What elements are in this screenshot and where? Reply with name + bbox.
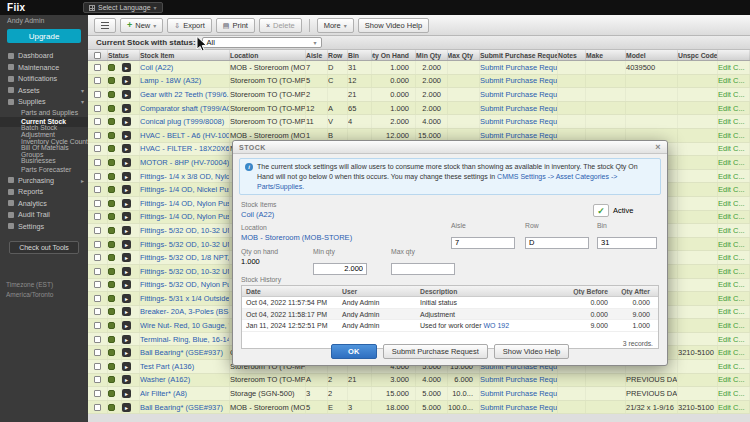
row-checkbox[interactable] <box>94 77 101 84</box>
column-header-qty-on-hand[interactable]: Qty On Hand <box>372 50 416 60</box>
preview-icon[interactable]: ▸ <box>122 362 131 371</box>
preview-icon[interactable]: ▸ <box>122 240 131 249</box>
edit-cost-link[interactable]: Edit C... <box>718 211 750 224</box>
row-checkbox[interactable] <box>94 200 101 207</box>
upgrade-button[interactable]: Upgrade <box>7 29 81 43</box>
preview-icon[interactable]: ▸ <box>122 389 131 398</box>
edit-cost-link[interactable]: Edit C... <box>718 319 750 332</box>
sidebar-item-analytics[interactable]: Analytics <box>0 198 88 210</box>
column-header-submit-purchase-request[interactable]: Submit Purchase Request <box>480 50 558 60</box>
row-checkbox[interactable] <box>94 64 101 71</box>
row-checkbox[interactable] <box>94 241 101 248</box>
column-header-aisle[interactable]: Aisle <box>306 50 328 60</box>
stock-item-link[interactable]: Test Part (A136) <box>140 360 230 373</box>
preview-icon[interactable]: ▸ <box>122 212 131 221</box>
stock-item-link[interactable]: Fittings- 5/31 x 1/4 Outside Diame... <box>140 292 230 305</box>
preview-icon[interactable]: ▸ <box>122 158 131 167</box>
preview-icon[interactable]: ▸ <box>122 267 131 276</box>
preview-icon[interactable]: ▸ <box>122 104 131 113</box>
check-out-tools-button[interactable]: Check out Tools <box>9 241 79 254</box>
aisle-input[interactable] <box>451 237 515 249</box>
column-header-max-qty[interactable]: Max Qty <box>448 50 480 60</box>
preview-icon[interactable]: ▸ <box>122 90 131 99</box>
print-button[interactable]: ▤ Print <box>216 18 255 33</box>
stock-item-link[interactable]: Fittings- 5/32 OD, 10-32 UNF, Nylo... <box>140 238 230 251</box>
column-header-stock-item[interactable]: Stock Item <box>140 50 230 60</box>
edit-cost-link[interactable]: Edit C... <box>718 197 750 210</box>
preview-icon[interactable]: ▸ <box>122 144 131 153</box>
sidebar-item-parts-and-supplies[interactable]: Parts and Supplies <box>0 108 88 118</box>
preview-icon[interactable]: ▸ <box>122 321 131 330</box>
select-all-checkbox[interactable] <box>94 52 101 59</box>
stock-item-link[interactable]: HVAC - BELT - A6 (HV-10008) <box>140 129 230 142</box>
column-header-row[interactable]: Row <box>328 50 348 60</box>
sidebar-item-dashboard[interactable]: Dashboard <box>0 50 88 62</box>
row-checkbox[interactable] <box>94 268 101 275</box>
edit-cost-link[interactable]: Edit C... <box>718 292 750 305</box>
edit-cost-link[interactable]: Edit C... <box>718 61 750 74</box>
row-checkbox[interactable] <box>94 281 101 288</box>
row-checkbox[interactable] <box>94 376 101 383</box>
stock-item-link[interactable]: Gear with 22 Teeth (T99/6...) <box>140 88 230 101</box>
menu-button[interactable] <box>94 18 116 33</box>
preview-icon[interactable]: ▸ <box>122 185 131 194</box>
stock-item-link[interactable]: Fittings- 5/32 OD, 10-32 UNF, Nicke... <box>140 224 230 237</box>
stock-item-link[interactable]: Coil (A22) <box>140 61 230 74</box>
show-video-help-button[interactable]: Show Video Help <box>494 344 569 359</box>
edit-cost-link[interactable]: Edit C... <box>718 75 750 88</box>
row-checkbox[interactable] <box>94 308 101 315</box>
stock-item-link[interactable]: Breaker- 20A, 3-Poles (BS-10001) <box>140 306 230 319</box>
preview-icon[interactable]: ▸ <box>122 375 131 384</box>
row-input[interactable] <box>525 237 589 249</box>
row-checkbox[interactable] <box>94 349 101 356</box>
sidebar-item-settings[interactable]: Settings <box>0 221 88 233</box>
column-header-status[interactable]: Status <box>108 50 140 60</box>
stock-item-link[interactable]: Comparator shaft (T999/A035) <box>140 102 230 115</box>
preview-icon[interactable]: ▸ <box>122 280 131 289</box>
edit-cost-link[interactable]: Edit C... <box>718 279 750 292</box>
sidebar-item-batch-stock-adjustment[interactable]: Batch Stock Adjustment <box>0 127 88 137</box>
edit-cost-link[interactable]: Edit C... <box>718 333 750 346</box>
status-filter-select[interactable]: All ▾ <box>202 37 322 48</box>
edit-cost-link[interactable]: Edit C... <box>718 306 750 319</box>
min-qty-input[interactable] <box>313 263 367 275</box>
row-checkbox[interactable] <box>94 186 101 193</box>
edit-cost-link[interactable]: Edit C... <box>718 102 750 115</box>
stock-item-link[interactable]: Fittings- 1/4 OD, Nylon Push-to-Con... <box>140 211 230 224</box>
edit-cost-link[interactable]: Edit C... <box>718 143 750 156</box>
column-header-location[interactable]: Location <box>230 50 306 60</box>
column-header-unspc-code[interactable]: Unspc Code <box>678 50 718 60</box>
row-checkbox[interactable] <box>94 404 101 411</box>
edit-cost-link[interactable]: Edit C... <box>718 387 750 400</box>
preview-icon[interactable]: ▸ <box>122 307 131 316</box>
preview-icon[interactable]: ▸ <box>122 76 131 85</box>
stock-item-link[interactable]: Lamp - 18W (A32) <box>140 75 230 88</box>
column-header-bin[interactable]: Bin <box>348 50 372 60</box>
close-icon[interactable]: × <box>655 143 661 152</box>
preview-icon[interactable]: ▸ <box>122 294 131 303</box>
edit-cost-link[interactable]: Edit C... <box>718 251 750 264</box>
stock-item-link[interactable]: Fittings- 1/4 OD, Nickel Push-to-Co... <box>140 183 230 196</box>
edit-cost-link[interactable]: Edit C... <box>718 170 750 183</box>
row-checkbox[interactable] <box>94 105 101 112</box>
delete-button[interactable]: × Delete <box>259 18 302 33</box>
work-order-link[interactable]: WO 192 <box>483 322 509 329</box>
row-checkbox[interactable] <box>94 213 101 220</box>
sidebar-item-bill-of-materials-groups[interactable]: Bill Of Materials Groups <box>0 146 88 156</box>
sidebar-item-parts-forecaster[interactable]: Parts Forecaster <box>0 165 88 175</box>
row-checkbox[interactable] <box>94 132 101 139</box>
stock-item-link[interactable]: Ball Bearing* (GSE#937) <box>140 401 230 414</box>
stock-item-link[interactable]: Washer (A162) <box>140 374 230 387</box>
edit-cost-link[interactable]: Edit C... <box>718 224 750 237</box>
sidebar-item-audit-trail[interactable]: Audit Trail <box>0 209 88 221</box>
preview-icon[interactable]: ▸ <box>122 63 131 72</box>
edit-cost-link[interactable]: Edit C... <box>718 129 750 142</box>
sidebar-item-maintenance[interactable]: Maintenance <box>0 62 88 74</box>
stock-item-link[interactable]: Fittings- 5/32 OD, 10-32 UNF, Nylo... <box>140 265 230 278</box>
stock-item-link[interactable]: Fittings- 1/4 x 3/8 OD, Nylon Push-t... <box>140 170 230 183</box>
stock-item-link[interactable]: Coil (A22) <box>241 210 277 219</box>
row-checkbox[interactable] <box>94 390 101 397</box>
edit-cost-link[interactable]: Edit C... <box>718 401 750 414</box>
sidebar-item-notifications[interactable]: Notifications <box>0 73 88 85</box>
stock-item-link[interactable]: Conical plug (T999/8008) <box>140 115 230 128</box>
